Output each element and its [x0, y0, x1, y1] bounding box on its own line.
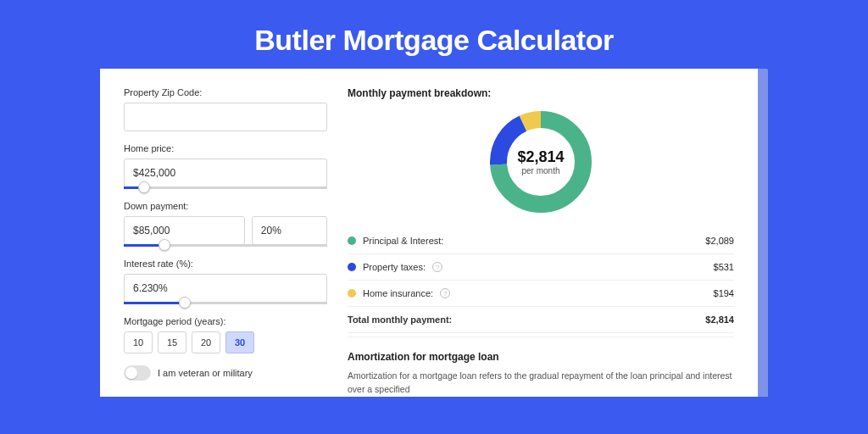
period-label: Mortgage period (years): — [124, 316, 327, 326]
dot-icon — [348, 236, 356, 245]
dot-icon — [348, 289, 356, 298]
zip-field: Property Zip Code: — [124, 87, 327, 131]
info-icon[interactable]: ? — [432, 262, 442, 272]
legend-row-taxes: Property taxes: ? $531 — [348, 254, 734, 281]
amortization-title: Amortization for mortgage loan — [348, 351, 734, 363]
slider-thumb-icon[interactable] — [179, 297, 191, 309]
period-btn-30[interactable]: 30 — [225, 331, 254, 353]
legend-value: $531 — [714, 262, 734, 272]
legend-row-principal: Principal & Interest: $2,089 — [348, 228, 734, 254]
calculator-card: Property Zip Code: Home price: Down paym… — [100, 69, 758, 397]
legend-label: Property taxes: — [363, 262, 426, 272]
home-price-field: Home price: — [124, 143, 327, 189]
legend-row-total: Total monthly payment: $2,814 — [348, 307, 734, 333]
legend-value: $194 — [714, 288, 734, 298]
down-payment-pct-input[interactable] — [252, 216, 327, 245]
divider — [348, 337, 734, 337]
inputs-column: Property Zip Code: Home price: Down paym… — [124, 87, 327, 397]
down-payment-field: Down payment: — [124, 201, 327, 247]
down-payment-label: Down payment: — [124, 201, 327, 211]
interest-slider[interactable] — [124, 302, 327, 304]
info-icon[interactable]: ? — [440, 288, 450, 298]
slider-thumb-icon[interactable] — [159, 239, 170, 251]
zip-label: Property Zip Code: — [124, 87, 327, 97]
legend-row-insurance: Home insurance: ? $194 — [348, 281, 734, 307]
zip-input[interactable] — [124, 103, 327, 131]
down-payment-input[interactable] — [124, 216, 245, 245]
dot-icon — [348, 263, 356, 271]
home-price-input[interactable] — [124, 159, 327, 187]
period-btn-20[interactable]: 20 — [192, 331, 220, 353]
veteran-toggle[interactable] — [124, 365, 151, 381]
legend-value: $2,089 — [705, 236, 734, 246]
interest-field: Interest rate (%): — [124, 259, 327, 304]
veteran-row: I am veteran or military — [124, 365, 327, 381]
period-btn-15[interactable]: 15 — [158, 331, 186, 353]
breakdown-column: Monthly payment breakdown: $2,814 per mo… — [348, 87, 734, 397]
legend-label: Principal & Interest: — [363, 236, 443, 246]
card-shadow: Property Zip Code: Home price: Down paym… — [100, 69, 768, 397]
donut-center-sub: per month — [521, 166, 559, 175]
home-price-slider[interactable] — [124, 186, 327, 189]
interest-input[interactable] — [124, 274, 327, 303]
donut-chart: $2,814 per month — [348, 108, 734, 216]
legend-total-value: $2,814 — [705, 314, 734, 325]
page-title: Butler Mortgage Calculator — [0, 0, 868, 69]
breakdown-title: Monthly payment breakdown: — [348, 87, 734, 99]
donut-center-value: $2,814 — [517, 148, 564, 166]
legend-total-label: Total monthly payment: — [348, 314, 452, 325]
period-buttons: 10 15 20 30 — [124, 331, 327, 353]
amortization-text: Amortization for a mortgage loan refers … — [348, 370, 734, 397]
veteran-label: I am veteran or military — [158, 368, 253, 378]
slider-thumb-icon[interactable] — [138, 181, 150, 193]
home-price-label: Home price: — [124, 143, 327, 153]
period-field: Mortgage period (years): 10 15 20 30 — [124, 316, 327, 353]
period-btn-10[interactable]: 10 — [124, 331, 153, 353]
legend-label: Home insurance: — [363, 288, 433, 298]
interest-label: Interest rate (%): — [124, 259, 327, 269]
down-payment-slider[interactable] — [124, 244, 327, 247]
